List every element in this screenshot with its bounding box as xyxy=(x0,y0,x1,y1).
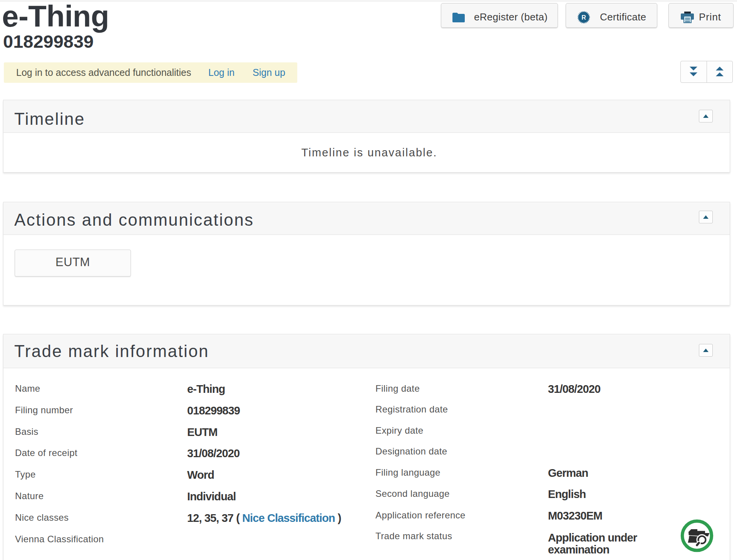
svg-text:R: R xyxy=(581,14,586,20)
